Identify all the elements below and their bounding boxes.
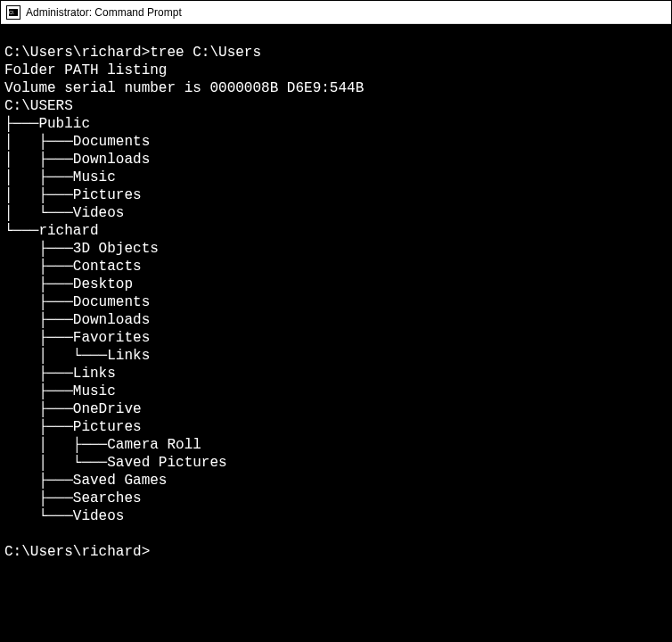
tree-line: ├───Downloads [4, 311, 668, 329]
cmd-icon [6, 5, 20, 20]
tree-line: └───richard [4, 222, 668, 240]
terminal-prompt-line: C:\Users\richard>tree C:\Users [4, 44, 668, 62]
tree-line: ├───Pictures [4, 418, 668, 436]
terminal-line [4, 26, 668, 44]
tree-line: ├───OneDrive [4, 400, 668, 418]
terminal-line: Folder PATH listing [4, 62, 668, 79]
terminal-line [4, 525, 668, 543]
tree-line: │ ├───Camera Roll [4, 436, 668, 454]
tree-line: ├───Public [4, 115, 668, 133]
tree-line: ├───Desktop [4, 276, 668, 293]
tree-line: ├───Saved Games [4, 472, 668, 490]
tree-line: ├───Links [4, 365, 668, 383]
tree-line: │ ├───Music [4, 169, 668, 186]
window-title: Administrator: Command Prompt [26, 6, 182, 19]
tree-line: │ ├───Documents [4, 133, 668, 151]
tree-line: │ ├───Downloads [4, 151, 668, 169]
terminal-line: C:\USERS [4, 97, 668, 115]
tree-line: ├───Searches [4, 490, 668, 507]
tree-line: ├───Favorites [4, 329, 668, 347]
title-bar[interactable]: Administrator: Command Prompt [1, 1, 671, 24]
tree-line: │ └───Saved Pictures [4, 454, 668, 472]
tree-line: ├───Documents [4, 293, 668, 311]
tree-line: ├───Contacts [4, 258, 668, 276]
tree-line: └───Videos [4, 507, 668, 525]
tree-line: ├───Music [4, 383, 668, 400]
tree-line: ├───3D Objects [4, 240, 668, 258]
terminal-output[interactable]: C:\Users\richard>tree C:\UsersFolder PAT… [1, 24, 671, 641]
tree-line: │ └───Videos [4, 204, 668, 222]
tree-line: │ └───Links [4, 347, 668, 365]
terminal-prompt-line: C:\Users\richard> [4, 543, 668, 561]
command-prompt-window: Administrator: Command Prompt C:\Users\r… [0, 0, 672, 642]
terminal-line: Volume serial number is 0000008B D6E9:54… [4, 79, 668, 97]
tree-line: │ ├───Pictures [4, 186, 668, 204]
